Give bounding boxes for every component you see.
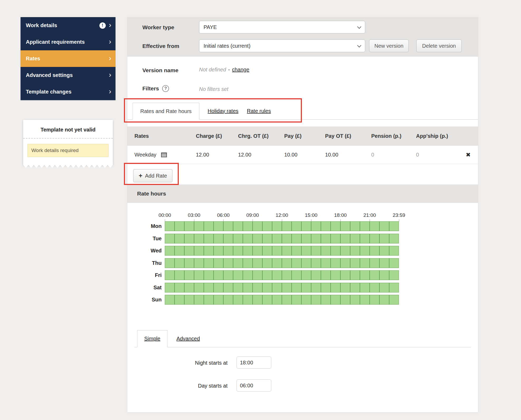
hour-cell[interactable] (223, 221, 233, 231)
add-rate-button[interactable]: + Add Rate (133, 169, 172, 182)
hour-cell[interactable] (360, 221, 370, 231)
help-icon[interactable]: ? (162, 85, 169, 92)
worker-type-select[interactable]: PAYE (199, 21, 365, 33)
hour-cell[interactable] (350, 270, 360, 280)
rate-hours-grid-icon[interactable] (161, 153, 167, 157)
hour-cell[interactable] (223, 234, 233, 243)
hour-cell[interactable] (253, 258, 262, 268)
hour-cell[interactable] (311, 295, 321, 305)
hour-cell[interactable] (204, 221, 214, 231)
hour-cell[interactable] (214, 258, 223, 268)
hour-cell[interactable] (340, 258, 350, 268)
hour-cell[interactable] (262, 246, 272, 256)
hour-cell[interactable] (340, 270, 350, 280)
hour-cell[interactable] (194, 234, 204, 243)
hour-cell[interactable] (253, 295, 262, 305)
hour-cell[interactable] (292, 283, 301, 292)
hour-cell[interactable] (331, 270, 340, 280)
sidebar-item-applicant-requirements[interactable]: Applicant requirements› (21, 34, 115, 50)
hour-cell[interactable] (389, 234, 399, 243)
hour-cell[interactable] (184, 258, 194, 268)
hour-cell[interactable] (311, 246, 321, 256)
hour-cell[interactable] (233, 258, 243, 268)
hour-cell[interactable] (301, 295, 311, 305)
hour-cell[interactable] (204, 246, 214, 256)
hour-cell[interactable] (350, 246, 360, 256)
hour-cell[interactable] (243, 234, 253, 243)
hour-cell[interactable] (311, 234, 321, 243)
hour-cell[interactable] (331, 221, 340, 231)
hour-cell[interactable] (301, 283, 311, 292)
hour-cell[interactable] (194, 221, 204, 231)
hour-cell[interactable] (214, 234, 223, 243)
hour-cell[interactable] (282, 258, 292, 268)
hour-cell[interactable] (321, 221, 331, 231)
sidebar-item-rates[interactable]: Rates› (21, 50, 115, 67)
hour-cell[interactable] (223, 246, 233, 256)
hour-cell[interactable] (253, 221, 262, 231)
hour-cell[interactable] (175, 234, 184, 243)
hour-cell[interactable] (243, 283, 253, 292)
hour-cell[interactable] (321, 283, 331, 292)
hour-cell[interactable] (321, 246, 331, 256)
hour-cell[interactable] (262, 283, 272, 292)
hour-cell[interactable] (184, 295, 194, 305)
hour-cell[interactable] (272, 295, 282, 305)
hour-cell[interactable] (204, 258, 214, 268)
hour-cell[interactable] (282, 283, 292, 292)
hour-cell[interactable] (340, 283, 350, 292)
hour-cell[interactable] (165, 258, 175, 268)
hour-cell[interactable] (301, 221, 311, 231)
hour-cell[interactable] (184, 283, 194, 292)
hour-cell[interactable] (214, 221, 223, 231)
hour-cell[interactable] (331, 283, 340, 292)
day-starts-input[interactable] (237, 379, 271, 392)
hour-cell[interactable] (360, 295, 370, 305)
hour-cell[interactable] (370, 283, 379, 292)
hour-cell[interactable] (204, 283, 214, 292)
hour-cell[interactable] (321, 270, 331, 280)
hour-cell[interactable] (194, 258, 204, 268)
hour-cell[interactable] (165, 221, 175, 231)
hour-cell[interactable] (292, 221, 301, 231)
hour-cell[interactable] (253, 270, 262, 280)
delete-version-button[interactable]: Delete version (416, 40, 462, 52)
hour-cell[interactable] (262, 295, 272, 305)
hour-cell[interactable] (243, 270, 253, 280)
hour-cell[interactable] (360, 270, 370, 280)
hour-cell[interactable] (272, 283, 282, 292)
hour-cell[interactable] (204, 295, 214, 305)
hour-cell[interactable] (184, 246, 194, 256)
hour-cell[interactable] (233, 270, 243, 280)
hour-cell[interactable] (282, 246, 292, 256)
hour-cell[interactable] (331, 295, 340, 305)
hour-cell[interactable] (340, 234, 350, 243)
hour-cell[interactable] (389, 295, 399, 305)
hour-cell[interactable] (350, 283, 360, 292)
hour-cell[interactable] (233, 221, 243, 231)
hour-cell[interactable] (272, 221, 282, 231)
hour-cell[interactable] (379, 283, 389, 292)
hour-cell[interactable] (233, 283, 243, 292)
hour-cell[interactable] (389, 270, 399, 280)
hour-cell[interactable] (321, 258, 331, 268)
hour-cell[interactable] (331, 234, 340, 243)
hour-cell[interactable] (360, 258, 370, 268)
hour-cell[interactable] (184, 270, 194, 280)
hour-cell[interactable] (223, 283, 233, 292)
hour-cell[interactable] (370, 295, 379, 305)
hour-cell[interactable] (223, 258, 233, 268)
hour-cell[interactable] (379, 270, 389, 280)
hour-cell[interactable] (379, 246, 389, 256)
hour-cell[interactable] (292, 295, 301, 305)
hour-cell[interactable] (233, 295, 243, 305)
new-version-button[interactable]: New version (369, 40, 409, 52)
delete-rate-icon[interactable]: ✖ (466, 152, 471, 158)
hour-cell[interactable] (272, 246, 282, 256)
hour-cell[interactable] (214, 270, 223, 280)
hour-cell[interactable] (350, 234, 360, 243)
hour-cell[interactable] (292, 258, 301, 268)
hour-cell[interactable] (262, 270, 272, 280)
hour-cell[interactable] (311, 270, 321, 280)
hour-cell[interactable] (223, 270, 233, 280)
